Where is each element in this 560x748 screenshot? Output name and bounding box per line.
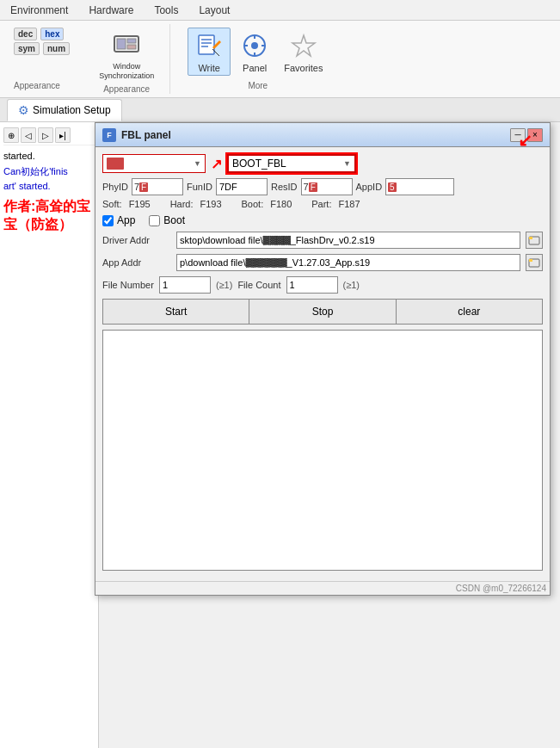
app-addr-label: App Addr	[102, 257, 171, 268]
hex-cell[interactable]: hex	[40, 28, 64, 40]
phy-id-input[interactable]	[132, 178, 183, 195]
hard-value: F193	[200, 199, 235, 209]
favorites-icon	[288, 30, 319, 61]
fbl-title: F FBL panel	[102, 128, 171, 142]
write-icon	[194, 30, 225, 61]
boot-checkbox-label[interactable]: Boot	[149, 214, 185, 226]
tab-sim-icon: ⚙	[18, 103, 29, 117]
menu-environment[interactable]: Environment	[7, 3, 71, 18]
app-id-label: AppID	[356, 182, 383, 192]
checkbox-row: App Boot	[102, 214, 543, 226]
panel-label: Panel	[243, 63, 267, 73]
app-addr-browse[interactable]	[526, 254, 543, 271]
svg-rect-1	[117, 39, 126, 49]
window-sync-label: WindowSynchronization	[99, 62, 154, 81]
more-label: More	[248, 81, 268, 90]
appearance-label2: Appearance	[103, 84, 150, 94]
left-panel: ⊕ ◁ ▷ ▸| started. Can初始化'finis art' star…	[0, 122, 99, 748]
app-checkbox[interactable]	[102, 215, 114, 226]
file-number-row: File Number (≥1) File Count (≥1)	[102, 276, 543, 294]
svg-rect-3	[127, 45, 136, 49]
sym-cell[interactable]: sym	[14, 42, 40, 55]
part-label: Part:	[311, 199, 331, 209]
action-buttons: Start Stop clear	[102, 299, 543, 325]
toolbar-btn-2[interactable]: ◁	[21, 127, 36, 143]
svg-rect-20	[529, 259, 532, 262]
tab-simulation-setup[interactable]: ⚙ Simulation Setup	[7, 99, 122, 121]
dec-hex-block: dec hex sym num Appearance	[7, 24, 77, 94]
res-id-input[interactable]	[301, 178, 353, 195]
svg-point-11	[251, 42, 258, 49]
fbl-icon: F	[102, 128, 116, 142]
panel-icon	[239, 30, 270, 61]
dropdown-1-arrow: ▼	[194, 159, 201, 168]
console-line-3: art' started.	[3, 179, 95, 195]
dropdown-boot[interactable]: BOOT_FBL ▼	[227, 154, 356, 173]
dropdown-boot-arrow: ▼	[343, 159, 351, 168]
stop-button[interactable]: Stop	[249, 300, 396, 324]
toolbar-btn-1[interactable]: ⊕	[3, 127, 19, 143]
write-button[interactable]: Write	[188, 28, 231, 76]
console-line-2: Can初始化'finis	[3, 164, 95, 180]
part-value: F187	[338, 199, 372, 209]
fbl-content: ▼ ↗ BOOT_FBL ▼ ↙ PhyID 7F	[95, 147, 550, 581]
menu-hardware[interactable]: Hardware	[85, 3, 137, 18]
red-arrow-2: ↙	[518, 130, 532, 151]
soft-row: Soft: F195 Hard: F193 Boot: F180 Part: F…	[102, 199, 543, 209]
driver-addr-browse[interactable]	[526, 232, 543, 249]
svg-rect-18	[529, 237, 532, 239]
app-id-input[interactable]	[385, 178, 454, 195]
ids-row: PhyID 7F FunID ResID 7F AppID	[102, 178, 543, 195]
boot-checkbox[interactable]	[149, 215, 160, 226]
log-area[interactable]	[102, 330, 543, 571]
phy-id-label: PhyID	[102, 182, 128, 192]
app-checkbox-label[interactable]: App	[102, 214, 135, 226]
more-section: Write Panel	[177, 24, 338, 94]
window-sync-icon	[111, 29, 142, 60]
write-label: Write	[198, 63, 219, 73]
menu-tools[interactable]: Tools	[151, 3, 182, 18]
dec-cell[interactable]: dec	[14, 28, 37, 40]
file-count-input[interactable]	[286, 276, 338, 294]
left-toolbar: ⊕ ◁ ▷ ▸|	[3, 126, 95, 145]
svg-rect-2	[127, 39, 136, 43]
boot-label-soft: Boot:	[242, 199, 264, 209]
app-addr-row: App Addr	[102, 254, 543, 271]
dropdown-1[interactable]: ▼	[102, 154, 206, 173]
appearance-label: Appearance	[14, 81, 70, 90]
boot-value: F180	[270, 199, 305, 209]
svg-rect-4	[199, 35, 214, 54]
soft-label: Soft:	[102, 199, 122, 209]
toolbar-btn-4[interactable]: ▸|	[55, 127, 71, 143]
fun-id-input[interactable]	[216, 178, 268, 195]
driver-addr-row: Driver Addr	[102, 232, 543, 249]
fun-id-label: FunID	[187, 182, 212, 192]
main-area: ⊕ ◁ ▷ ▸| started. Can初始化'finis art' star…	[0, 122, 560, 748]
clear-button[interactable]: clear	[397, 300, 542, 324]
dropdown-1-color-indicator	[107, 158, 124, 170]
tab-sim-label: Simulation Setup	[33, 104, 111, 116]
fbl-title-bar: F FBL panel ─ ×	[95, 123, 550, 147]
res-id-label: ResID	[271, 182, 298, 192]
fbl-dialog: F FBL panel ─ × ▼ ↗ BOOT_FBL	[95, 122, 551, 596]
hard-label: Hard:	[170, 199, 194, 209]
menu-layout[interactable]: Layout	[195, 3, 233, 18]
panel-button[interactable]: Panel	[234, 28, 275, 75]
start-button[interactable]: Start	[103, 300, 249, 324]
file-number-input[interactable]	[159, 276, 211, 294]
file-count-hint: (≥1)	[343, 280, 360, 290]
red-arrow-1: ↗	[211, 156, 222, 172]
app-addr-input[interactable]	[176, 254, 520, 271]
watermark: 作者:高耸的宝宝（防盗）	[3, 198, 95, 234]
svg-marker-16	[292, 35, 315, 56]
window-sync-button[interactable]: WindowSynchronization	[94, 28, 159, 83]
num-cell[interactable]: num	[43, 42, 70, 55]
favorites-button[interactable]: Favorites	[279, 28, 328, 75]
fbl-footer: CSDN @m0_72266124	[95, 581, 550, 595]
toolbar-btn-3[interactable]: ▷	[38, 127, 53, 143]
driver-addr-input[interactable]	[176, 232, 520, 249]
file-number-label: File Number	[102, 280, 154, 290]
menu-bar: Environment Hardware Tools Layout	[0, 0, 560, 21]
file-count-label: File Count	[237, 280, 280, 290]
driver-addr-label: Driver Addr	[102, 235, 171, 245]
